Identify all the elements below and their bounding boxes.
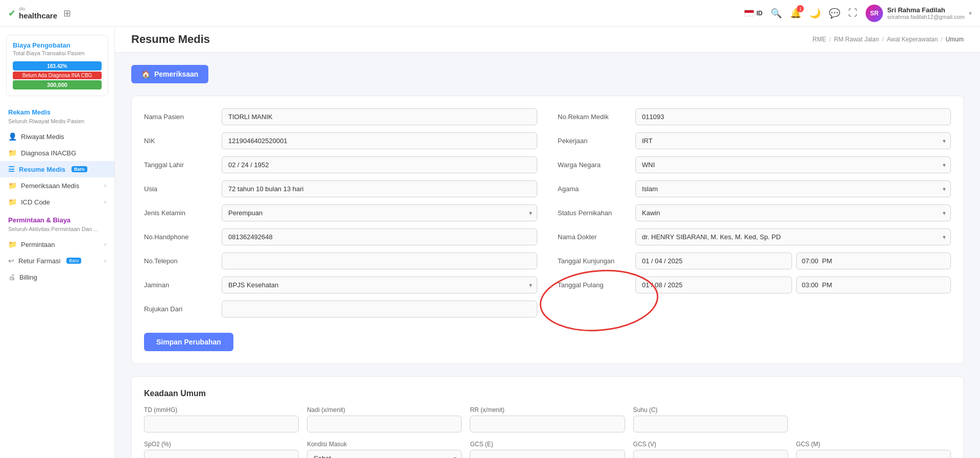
dark-mode-icon[interactable]: 🌙 bbox=[809, 8, 821, 19]
nama-dokter-select[interactable]: dr. HENRY SIBARANI, M. Kes, M. Ked, Sp. … bbox=[635, 228, 951, 245]
jaminan-select[interactable]: BPJS Kesehatan Umum bbox=[222, 277, 537, 293]
usia-input[interactable] bbox=[222, 180, 537, 197]
search-icon[interactable]: 🔍 bbox=[771, 8, 782, 19]
retur-farmasi-label: Retur Farmasi bbox=[18, 257, 60, 265]
nik-input[interactable] bbox=[222, 132, 537, 149]
save-button[interactable]: Simpan Perubahan bbox=[144, 333, 233, 351]
biaya-title: Biaya Pengobatan bbox=[13, 41, 102, 49]
icd-code-label: ICD Code bbox=[21, 198, 50, 206]
kondisi-masuk-group: Kondisi Masuk Sehat Sakit bbox=[307, 441, 462, 458]
nadi-input[interactable] bbox=[307, 416, 462, 432]
sidebar-item-permintaan[interactable]: 📁 Permintaan › bbox=[0, 236, 114, 253]
diagnosa-inacbg-label: Diagnosa INACBG bbox=[21, 149, 76, 157]
td-input[interactable] bbox=[144, 416, 299, 432]
fullscreen-icon[interactable]: ⛶ bbox=[848, 8, 857, 18]
sidebar-item-icd-code[interactable]: 📁 ICD Code › bbox=[0, 194, 114, 210]
rujukan-dari-input[interactable] bbox=[222, 301, 537, 317]
warga-negara-select[interactable]: WNI WNA bbox=[635, 156, 951, 173]
sidebar-item-pemeriksaan-medis[interactable]: 📁 Pemeriksaan Medis › bbox=[0, 177, 114, 194]
messages-icon[interactable]: 💬 bbox=[829, 8, 840, 19]
keadaan-umum-section: Keadaan Umum TD (mmHG) Nadi (x/menit) RR… bbox=[131, 376, 964, 458]
status-pernikahan-select[interactable]: Kawin Belum Kawin Cerai bbox=[635, 204, 951, 221]
notification-badge: 1 bbox=[797, 5, 804, 12]
tanggal-kunjungan-time-input[interactable] bbox=[796, 253, 951, 269]
jenis-kelamin-row: Jenis Kelamin Perempuan Laki-laki bbox=[144, 204, 537, 221]
status-pernikahan-row: Status Pernikahan Kawin Belum Kawin Cera… bbox=[558, 204, 951, 221]
keadaan-grid-2: SpO2 (%) Kondisi Masuk Sehat Sakit bbox=[144, 441, 951, 458]
nama-dokter-select-wrap: dr. HENRY SIBARANI, M. Kes, M. Ked, Sp. … bbox=[635, 228, 951, 245]
no-handphone-input[interactable] bbox=[222, 228, 537, 245]
agama-select[interactable]: Islam Kristen Katolik Hindu Buddha bbox=[635, 180, 951, 197]
usia-label: Usia bbox=[144, 185, 216, 193]
suhu-group: Suhu (C) bbox=[633, 406, 788, 432]
user-chevron-icon: ▾ bbox=[969, 10, 972, 17]
pekerjaan-select[interactable]: IRT bbox=[635, 132, 951, 149]
gcs-e-input[interactable] bbox=[470, 450, 625, 458]
tanggal-lahir-input[interactable] bbox=[222, 156, 537, 173]
keadaan-grid-1: TD (mmHG) Nadi (x/menit) RR (x/menit) Su… bbox=[144, 406, 951, 432]
nik-row: NIK bbox=[144, 132, 537, 149]
suhu-input[interactable] bbox=[633, 416, 788, 432]
no-diagnosa-label: Belum Ada Diagnosa INA CBG bbox=[13, 72, 102, 79]
return-icon: ↩ bbox=[8, 257, 14, 265]
retur-farmasi-badge: Baru bbox=[66, 258, 81, 264]
no-rekam-medik-input[interactable] bbox=[635, 108, 951, 125]
biaya-pengobatan-card: Biaya Pengobatan Total Biaya Transaksi P… bbox=[6, 35, 108, 96]
top-navigation: ✔ olu healthcare ⊞ ID 🔍 🔔 1 🌙 💬 ⛶ SR Sri… bbox=[0, 0, 980, 27]
rr-label: RR (x/menit) bbox=[470, 406, 625, 414]
jenis-kelamin-label: Jenis Kelamin bbox=[144, 209, 216, 217]
resume-medis-badge: Baru bbox=[71, 166, 87, 172]
user-email: srirahma fadilah12@gmail.com bbox=[887, 14, 965, 20]
total-label: 300,000 bbox=[13, 80, 102, 89]
pemeriksaan-button[interactable]: 🏠 Pemeriksaan bbox=[131, 65, 208, 83]
logo-olu: olu bbox=[19, 7, 57, 11]
patient-form: Nama Pasien NIK Tanggal Lahir Usia bbox=[131, 96, 964, 364]
sidebar-item-billing[interactable]: 🖨 Billing bbox=[0, 269, 114, 285]
sidebar-item-diagnosa-inacbg[interactable]: 📁 Diagnosa INACBG bbox=[0, 145, 114, 161]
pekerjaan-row: Pekerjaan IRT bbox=[558, 132, 951, 149]
spo2-input[interactable] bbox=[144, 450, 299, 458]
gcs-v-input[interactable] bbox=[633, 450, 788, 458]
language-label: ID bbox=[756, 10, 762, 17]
main-layout: Biaya Pengobatan Total Biaya Transaksi P… bbox=[0, 27, 980, 458]
topnav-left: ✔ olu healthcare ⊞ bbox=[8, 7, 71, 20]
tanggal-pulang-time-input[interactable] bbox=[796, 277, 951, 293]
tanggal-kunjungan-label: Tanggal Kunjungan bbox=[558, 257, 629, 265]
kondisi-masuk-select[interactable]: Sehat Sakit bbox=[307, 450, 462, 458]
language-selector[interactable]: ID bbox=[744, 10, 762, 17]
nik-label: NIK bbox=[144, 137, 216, 145]
keadaan-umum-title: Keadaan Umum bbox=[144, 389, 951, 398]
jenis-kelamin-select-wrap: Perempuan Laki-laki bbox=[222, 204, 537, 221]
chevron-right4-icon: › bbox=[104, 257, 106, 264]
main-body: 🏠 Pemeriksaan Nama Pasien NIK bbox=[115, 53, 980, 458]
breadcrumb-awal: Awal Keperawatan bbox=[887, 36, 938, 43]
tanggal-pulang-date-time bbox=[635, 277, 951, 293]
avatar: SR bbox=[866, 5, 883, 22]
breadcrumb: RME / RM Rawat Jalan / Awal Keperawatan … bbox=[812, 36, 964, 43]
gcs-m-input[interactable] bbox=[796, 450, 951, 458]
no-rekam-medik-row: No.Rekam Medik bbox=[558, 108, 951, 125]
tanggal-kunjungan-date-time bbox=[635, 253, 951, 269]
tanggal-kunjungan-date-input[interactable] bbox=[635, 253, 792, 269]
warga-negara-label: Warga Negara bbox=[558, 161, 629, 169]
breadcrumb-rme: RME bbox=[812, 36, 826, 43]
spo2-label: SpO2 (%) bbox=[144, 441, 299, 448]
logo-brand: healthcare bbox=[19, 11, 57, 20]
user-profile[interactable]: SR Sri Rahma Fadilah srirahma fadilah12@… bbox=[866, 5, 972, 22]
jenis-kelamin-select[interactable]: Perempuan Laki-laki bbox=[222, 204, 537, 221]
sidebar-item-resume-medis[interactable]: ☰ Resume Medis Baru bbox=[0, 161, 114, 177]
sidebar-item-riwayat-medis[interactable]: 👤 Riwayat Medis bbox=[0, 128, 114, 145]
nama-pasien-input[interactable] bbox=[222, 108, 537, 125]
tanggal-lahir-row: Tanggal Lahir bbox=[144, 156, 537, 173]
tanggal-pulang-date-input[interactable] bbox=[635, 277, 792, 293]
no-telepon-input[interactable] bbox=[222, 253, 537, 269]
logo[interactable]: ✔ olu healthcare bbox=[8, 7, 57, 20]
grid-icon[interactable]: ⊞ bbox=[63, 8, 71, 19]
no-handphone-label: No.Handphone bbox=[144, 233, 216, 241]
breadcrumb-umum: Umum bbox=[946, 36, 964, 43]
sidebar-item-retur-farmasi[interactable]: ↩ Retur Farmasi Baru › bbox=[0, 253, 114, 269]
rr-input[interactable] bbox=[470, 416, 625, 432]
notifications-icon[interactable]: 🔔 1 bbox=[790, 8, 801, 19]
rujukan-dari-row: Rujukan Dari bbox=[144, 301, 537, 317]
agama-label: Agama bbox=[558, 185, 629, 193]
